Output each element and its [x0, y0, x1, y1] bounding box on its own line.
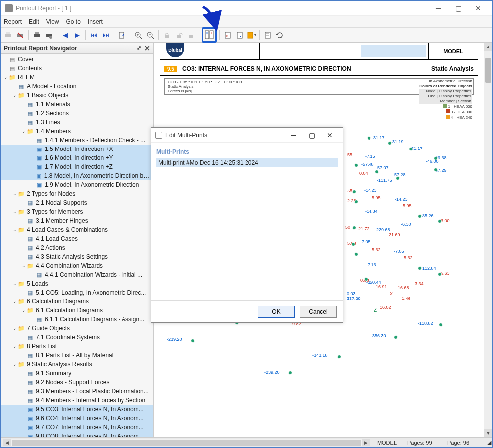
tree-item-label: 3.1 Member Hinges: [36, 217, 88, 224]
close-button[interactable]: ✕: [468, 1, 488, 16]
unlock-icon[interactable]: [173, 30, 184, 41]
edit-multiprints-button[interactable]: [202, 27, 217, 43]
horizontal-scrollbar[interactable]: ◀▶: [3, 439, 370, 446]
tree-item[interactable]: ▣9.7 CO7: Internal Forces N, In Axonom..…: [1, 423, 153, 432]
caret-icon[interactable]: ⌄: [12, 344, 18, 349]
caret-icon[interactable]: ⌄: [12, 281, 18, 286]
tree-item[interactable]: ▣9.8 CO8: Internal Forces N, In Axonom..…: [1, 432, 153, 437]
zoom-in-icon[interactable]: [133, 30, 144, 41]
tree-item[interactable]: ▤Contents: [1, 64, 153, 73]
tree-item[interactable]: ▦4.1 Load Cases: [1, 234, 153, 243]
close-panel-icon[interactable]: ✕: [144, 44, 150, 52]
caret-icon[interactable]: ⌄: [21, 308, 27, 313]
tree-item[interactable]: ⌄📁8 Parts List: [1, 342, 153, 351]
tree-item[interactable]: ▦8.1 Parts List - All by Material: [1, 351, 153, 360]
tree-item[interactable]: ▦1.3 Lines: [1, 118, 153, 127]
caret-icon[interactable]: ⌄: [12, 326, 18, 331]
first-page-icon[interactable]: ⏮: [88, 30, 99, 41]
tree-item[interactable]: ▤Cover: [1, 55, 153, 64]
maximize-button[interactable]: ▢: [448, 1, 468, 16]
multiprint-item[interactable]: Multi-print #Mo Dec 16 14:25:31 2024: [156, 158, 338, 167]
tree-item-label: 6.1 Calculation Diagrams: [36, 307, 103, 314]
tree-item[interactable]: ▦1.1 Materials: [1, 100, 153, 109]
refresh-icon[interactable]: [274, 30, 285, 41]
prev-page-icon[interactable]: ◀: [60, 30, 71, 41]
ok-button[interactable]: OK: [258, 306, 295, 318]
menu-edit[interactable]: Edit: [29, 18, 39, 25]
zoom-out-icon[interactable]: [145, 30, 156, 41]
tree-item[interactable]: ▣1.8 Model, In Axonometric Direction by …: [1, 171, 153, 180]
tree-item[interactable]: ▦A Model - Location: [1, 82, 153, 91]
tree-item[interactable]: ▦9.1 Summary: [1, 369, 153, 378]
menu-insert[interactable]: Insert: [88, 18, 103, 25]
tree-item[interactable]: ⌄📁2 Types for Nodes: [1, 189, 153, 198]
menu-goto[interactable]: Go to: [66, 18, 81, 25]
caret-icon[interactable]: ⌄: [12, 299, 18, 304]
tree-item[interactable]: ⌄📁RFEM: [1, 73, 153, 82]
tree-item[interactable]: ▦2.1 Nodal Supports: [1, 198, 153, 207]
tree-item[interactable]: ⌄📁9 Static Analysis Results: [1, 360, 153, 369]
tree-item[interactable]: ▦7.1 Coordinate Systems: [1, 333, 153, 342]
tree-item[interactable]: ▣1.9 Model, In Axonometric Direction: [1, 180, 153, 189]
vertical-scrollbar[interactable]: ▲ ▼: [484, 43, 492, 437]
print-icon[interactable]: [3, 30, 14, 41]
tree-item[interactable]: ▣1.6 Model, In direction +Y: [1, 153, 153, 162]
export-schedule-icon[interactable]: [234, 30, 245, 41]
tree-item[interactable]: ⌄📁1 Basic Objects: [1, 91, 153, 100]
caret-icon[interactable]: ⌄: [12, 227, 18, 232]
dialog-close-button[interactable]: ✕: [321, 129, 339, 142]
caret-icon[interactable]: ⌄: [12, 93, 18, 98]
dialog-maximize-button[interactable]: ▢: [303, 129, 321, 142]
pin-icon[interactable]: ⤢: [137, 45, 141, 51]
caret-icon[interactable]: ⌄: [21, 263, 27, 268]
caret-icon[interactable]: ⌄: [12, 209, 18, 214]
tree-item[interactable]: ⌄📁6 Calculation Diagrams: [1, 297, 153, 306]
tree-item[interactable]: ⌄📁7 Guide Objects: [1, 324, 153, 333]
tree-item[interactable]: ▦9.4 Members - Internal Forces by Sectio…: [1, 396, 153, 405]
tree-item[interactable]: ⌄📁5 Loads: [1, 279, 153, 288]
menu-view[interactable]: View: [46, 18, 59, 25]
tree-item[interactable]: ▦9.3 Members - Local Plastic Deformation…: [1, 387, 153, 396]
tree-item[interactable]: ▣1.7 Model, In direction +Z: [1, 162, 153, 171]
navigator-tree[interactable]: ▤Cover▤Contents⌄📁RFEM▦A Model - Location…: [1, 54, 153, 437]
tree-item[interactable]: ▦4.4.1 Combination Wizards - Initial ...: [1, 270, 153, 279]
tree-item[interactable]: ⌄📁4.4 Combination Wizards: [1, 261, 153, 270]
tree-item[interactable]: ▦4.3 Static Analysis Settings: [1, 252, 153, 261]
tree-item[interactable]: ▦9.2 Nodes - Support Forces: [1, 378, 153, 387]
last-page-icon[interactable]: ⏭: [100, 30, 111, 41]
page-setup-icon[interactable]: [262, 30, 273, 41]
tree-item[interactable]: ⌄📁4 Load Cases & Combinations: [1, 225, 153, 234]
goto-page-icon[interactable]: [117, 30, 127, 41]
pdf-export-icon[interactable]: P: [222, 30, 233, 41]
lock-icon[interactable]: [161, 30, 172, 41]
tree-item[interactable]: ▣9.5 CO3: Internal Forces N, In Axonom..…: [1, 405, 153, 414]
force-label: -31.17: [372, 135, 385, 140]
tree-item[interactable]: ⌄📁1.4 Members: [1, 127, 153, 136]
tree-item[interactable]: ▣1.5 Model, In direction +X: [1, 145, 153, 153]
print-settings-icon[interactable]: [43, 30, 54, 41]
dialog-minimize-button[interactable]: ─: [285, 129, 303, 142]
tree-item[interactable]: ▦6.1.1 Calculation Diagrams - Assign...: [1, 315, 153, 324]
resize-grip-icon[interactable]: ◢: [482, 438, 492, 447]
export-icon[interactable]: ▾: [246, 30, 257, 41]
tree-item[interactable]: ▦5.1 CO5: Loading, In Axonometric Direc.…: [1, 288, 153, 297]
caret-icon[interactable]: ⌄: [21, 129, 27, 134]
lock-key-icon[interactable]: [185, 30, 196, 41]
tree-item[interactable]: ▦1.4.1 Members - Deflection Check - ...: [1, 136, 153, 145]
caret-icon[interactable]: ⌄: [12, 362, 18, 367]
menu-report[interactable]: Report: [4, 18, 22, 25]
print-cancel-icon[interactable]: [15, 30, 26, 41]
tree-item[interactable]: ▦1.2 Sections: [1, 109, 153, 118]
caret-icon[interactable]: ⌄: [3, 75, 9, 80]
next-page-icon[interactable]: ▶: [72, 30, 83, 41]
printer-icon[interactable]: [31, 30, 42, 41]
caret-icon[interactable]: ⌄: [12, 191, 18, 196]
minimize-button[interactable]: ─: [428, 1, 448, 16]
node-marker: [367, 136, 371, 140]
tree-item[interactable]: ▦3.1 Member Hinges: [1, 216, 153, 225]
tree-item[interactable]: ⌄📁3 Types for Members: [1, 207, 153, 216]
cancel-button[interactable]: Cancel: [300, 306, 337, 318]
tree-item[interactable]: ⌄📁6.1 Calculation Diagrams: [1, 306, 153, 315]
tree-item[interactable]: ▣9.6 CO4: Internal Forces N, In Axonom..…: [1, 414, 153, 423]
tree-item[interactable]: ▦4.2 Actions: [1, 243, 153, 252]
